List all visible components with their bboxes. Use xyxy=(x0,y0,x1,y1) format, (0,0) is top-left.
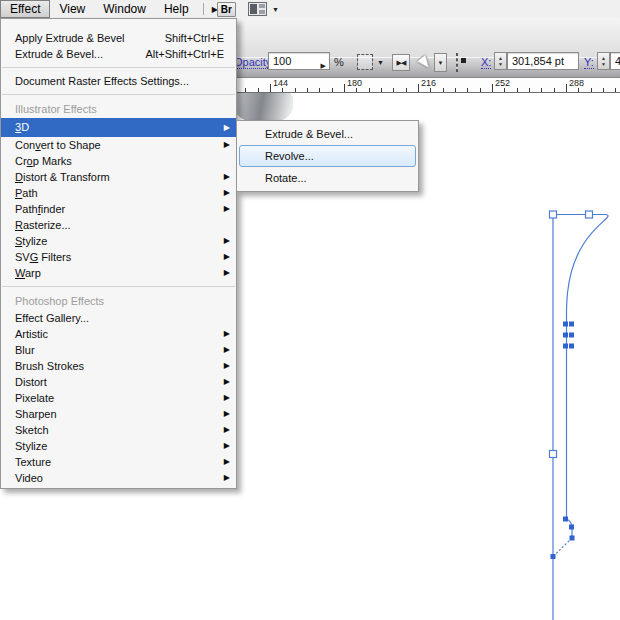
style-options-button[interactable]: ▼ xyxy=(357,54,384,70)
x-stepper[interactable]: ▲ ▼ xyxy=(494,52,507,70)
menu-item-extrude-bevel[interactable]: Extrude & Bevel...Alt+Shift+Ctrl+E xyxy=(1,46,236,62)
ruler-major-tick xyxy=(566,84,567,92)
menu-item-crop-marks[interactable]: Crop Marks xyxy=(1,153,236,169)
select-similar-button[interactable]: ▼ xyxy=(420,53,447,72)
menu-item-label: Document Raster Effects Settings... xyxy=(15,75,189,87)
menu-item-sharpen[interactable]: Sharpen▶ xyxy=(1,406,236,422)
submenu-item-rotate[interactable]: Rotate... xyxy=(239,167,416,189)
menu-item-pathfinder[interactable]: Pathfinder▶ xyxy=(1,201,236,217)
menu-item-label: Convert to Shape xyxy=(15,139,101,151)
stepper-down-icon[interactable]: ▼ xyxy=(498,61,503,67)
menubar-item-effect[interactable]: Effect xyxy=(0,0,50,18)
profile-closing-segment[interactable] xyxy=(553,538,572,557)
opacity-popup-arrow-icon[interactable]: ▶ xyxy=(321,58,326,74)
menu-item-label: Warp xyxy=(15,267,41,279)
menu-item-sketch[interactable]: Sketch▶ xyxy=(1,422,236,438)
ruler-minor-tick xyxy=(319,88,320,92)
menu-item-brush-strokes[interactable]: Brush Strokes▶ xyxy=(1,358,236,374)
isolate-selection-button[interactable]: ▶◀ xyxy=(392,54,410,71)
menu-item-label: Stylize xyxy=(15,440,47,452)
menu-item-path[interactable]: Path▶ xyxy=(1,185,236,201)
ruler-minor-tick xyxy=(282,88,283,92)
menu-item-effect-gallery[interactable]: Effect Gallery... xyxy=(1,310,236,326)
ruler-minor-tick xyxy=(455,88,456,92)
menu-item-apply-extrude-bevel[interactable]: Apply Extrude & BevelShift+Ctrl+E xyxy=(1,30,236,46)
menu-item-label: Illustrator Effects xyxy=(15,103,97,115)
ruler-minor-tick xyxy=(381,88,382,92)
menu-item-label: Sketch xyxy=(15,424,49,436)
menu-item-svg-filters[interactable]: SVG Filters▶ xyxy=(1,249,236,265)
revolve-profile-path[interactable] xyxy=(553,215,608,539)
ruler-minor-tick xyxy=(480,88,481,92)
menu-item-warp[interactable]: Warp▶ xyxy=(1,265,236,281)
submenu-arrow-icon: ▶ xyxy=(224,438,230,454)
ruler-minor-tick xyxy=(245,88,246,92)
menu-item-3d[interactable]: 3D▶ xyxy=(1,118,236,137)
menu-item-label: Rasterize... xyxy=(15,219,71,231)
x-coordinate-label[interactable]: X: xyxy=(481,56,491,69)
select-similar-dropdown[interactable]: ▼ xyxy=(434,53,447,72)
menu-item-label: Artistic xyxy=(15,328,48,340)
y-coordinate-field[interactable]: 477 xyxy=(610,52,620,70)
ruler-minor-tick xyxy=(554,88,555,92)
menubar-item-view[interactable]: View xyxy=(50,0,94,18)
menu-item-texture[interactable]: Texture▶ xyxy=(1,454,236,470)
menu-item-label: 3D xyxy=(15,121,29,133)
y-stepper[interactable]: ▲ ▼ xyxy=(597,52,610,70)
submenu-arrow-icon: ▶ xyxy=(224,406,230,422)
workspace-switcher-button[interactable]: ▼ xyxy=(248,2,279,16)
chevron-down-icon: ▼ xyxy=(272,6,279,13)
menu-item-label: Texture xyxy=(15,456,51,468)
percent-label: % xyxy=(334,56,344,68)
menu-item-label: Sharpen xyxy=(15,408,57,420)
menu-item-video[interactable]: Video▶ xyxy=(1,470,236,486)
menu-item-shortcut: Shift+Ctrl+E xyxy=(165,30,224,46)
menu-item-stylize[interactable]: Stylize▶ xyxy=(1,233,236,249)
ruler-minor-tick xyxy=(393,88,394,92)
menu-separator xyxy=(2,286,235,287)
menu-item-artistic[interactable]: Artistic▶ xyxy=(1,326,236,342)
menu-item-label: Distort & Transform xyxy=(15,171,110,183)
ruler-minor-tick xyxy=(443,88,444,92)
select-similar-cursor-icon xyxy=(417,55,432,71)
submenu-item-extrude-bevel[interactable]: Extrude & Bevel... xyxy=(239,123,416,145)
ruler-minor-tick xyxy=(578,88,579,92)
menubar-items: EffectViewWindowHelp xyxy=(0,0,198,18)
menu-item-document-raster-effects-settings[interactable]: Document Raster Effects Settings... xyxy=(1,73,236,89)
submenu-arrow-icon: ▶ xyxy=(224,390,230,406)
chevron-down-icon: ▼ xyxy=(377,59,384,66)
menu-item-distort-transform[interactable]: Distort & Transform▶ xyxy=(1,169,236,185)
menu-item-convert-to-shape[interactable]: Convert to Shape▶ xyxy=(1,137,236,153)
ruler-major-tick xyxy=(270,84,271,92)
submenu-arrow-icon: ▶ xyxy=(224,470,230,486)
submenu-arrow-icon: ▶ xyxy=(224,454,230,470)
effect-menu: Apply Extrude & BevelShift+Ctrl+EExtrude… xyxy=(0,18,237,489)
ruler-tick-label: 180 xyxy=(347,78,362,88)
menu-item-label: Effect Gallery... xyxy=(15,312,89,324)
launch-bridge-button[interactable]: ▶ Br xyxy=(212,2,236,17)
ruler-minor-tick xyxy=(369,88,370,92)
menu-item-rasterize[interactable]: Rasterize... xyxy=(1,217,236,233)
menu-item-label: Blur xyxy=(15,344,35,356)
ruler-minor-tick xyxy=(615,88,616,92)
menu-item-label: Extrude & Bevel... xyxy=(15,48,103,60)
menu-item-label: Pixelate xyxy=(15,392,54,404)
menubar-item-window[interactable]: Window xyxy=(94,0,155,18)
menu-section-photoshop-effects: Photoshop Effects xyxy=(1,292,236,310)
menu-separator xyxy=(2,67,235,68)
style-options-icon xyxy=(357,54,373,70)
align-reference-button[interactable] xyxy=(456,54,458,72)
menu-item-shortcut: Alt+Shift+Ctrl+E xyxy=(145,46,224,62)
stepper-down-icon[interactable]: ▼ xyxy=(601,61,606,67)
menu-item-stylize[interactable]: Stylize▶ xyxy=(1,438,236,454)
ruler-minor-tick xyxy=(356,88,357,92)
opacity-field[interactable]: 100 ▶ xyxy=(268,52,330,70)
menu-item-distort[interactable]: Distort▶ xyxy=(1,374,236,390)
menubar-item-help[interactable]: Help xyxy=(155,0,198,18)
submenu-arrow-icon: ▶ xyxy=(224,326,230,342)
submenu-item-revolve[interactable]: Revolve... xyxy=(239,145,416,167)
menu-item-blur[interactable]: Blur▶ xyxy=(1,342,236,358)
y-coordinate-label[interactable]: Y: xyxy=(584,56,594,69)
x-coordinate-field[interactable]: 301,854 pt xyxy=(507,52,579,70)
menu-item-pixelate[interactable]: Pixelate▶ xyxy=(1,390,236,406)
